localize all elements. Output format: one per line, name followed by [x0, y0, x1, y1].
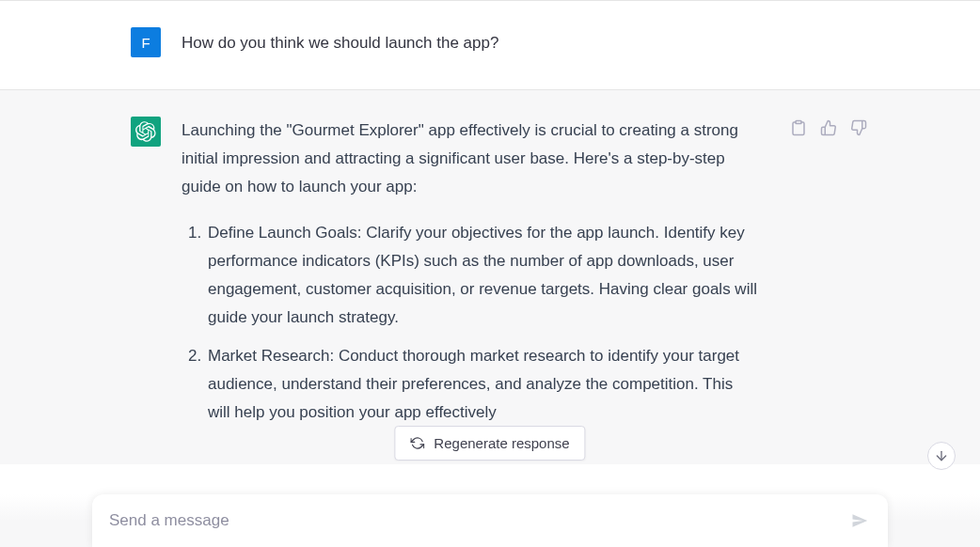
scroll-to-bottom-button[interactable] — [927, 442, 956, 470]
regenerate-response-button[interactable]: Regenerate response — [394, 426, 585, 461]
openai-logo-icon — [135, 121, 156, 142]
svg-rect-0 — [796, 121, 801, 124]
user-message: F How do you think we should launch the … — [0, 1, 980, 89]
list-item: Market Research: Conduct thorough market… — [206, 342, 759, 426]
message-input[interactable]: Send a message — [92, 494, 888, 547]
thumbs-up-button[interactable] — [819, 118, 838, 137]
clipboard-icon — [790, 119, 807, 136]
regenerate-label: Regenerate response — [434, 435, 569, 451]
arrow-down-icon — [934, 448, 949, 463]
copy-button[interactable] — [789, 118, 808, 137]
thumbs-down-button[interactable] — [849, 118, 868, 137]
assistant-intro-paragraph: Launching the "Gourmet Explorer" app eff… — [182, 117, 759, 200]
user-message-text: How do you think we should launch the ap… — [182, 27, 498, 55]
assistant-steps-list: Define Launch Goals: Clarify your object… — [182, 219, 759, 426]
list-item: Define Launch Goals: Clarify your object… — [206, 219, 759, 331]
assistant-avatar — [131, 117, 161, 147]
send-button[interactable] — [845, 506, 875, 536]
assistant-message-content: Launching the "Gourmet Explorer" app eff… — [182, 117, 759, 438]
refresh-icon — [410, 436, 424, 450]
input-placeholder: Send a message — [109, 511, 229, 529]
send-icon — [851, 512, 868, 529]
thumbs-down-icon — [850, 119, 867, 136]
thumbs-up-icon — [820, 119, 837, 136]
assistant-message: Launching the "Gourmet Explorer" app eff… — [0, 89, 980, 464]
user-avatar: F — [131, 27, 161, 57]
